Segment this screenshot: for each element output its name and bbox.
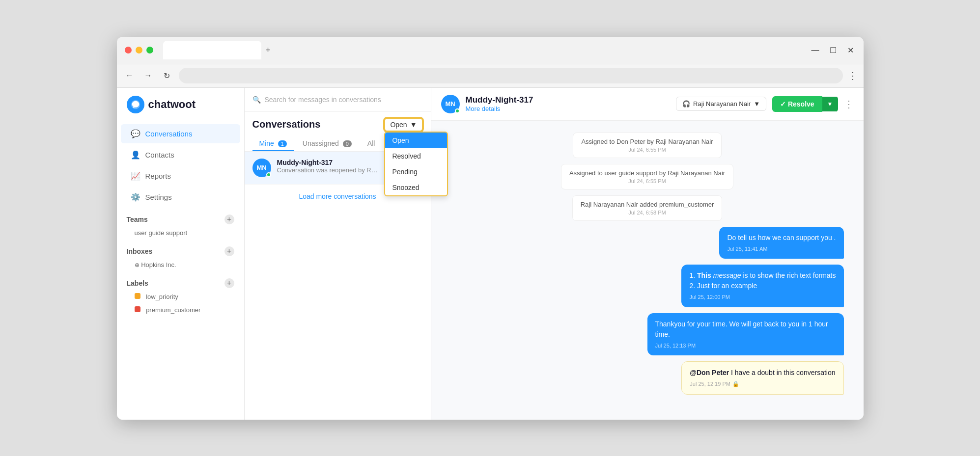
premium-customer-label: premium_customer <box>146 306 200 314</box>
labels-section-header: Labels + <box>117 271 244 290</box>
filter-dropdown-menu: Open Resolved Pending Snoozed <box>384 132 448 196</box>
inboxes-add-button[interactable]: + <box>224 246 234 256</box>
filter-option-pending[interactable]: Pending <box>385 164 447 180</box>
sidebar-item-conversations[interactable]: 💬 Conversations <box>121 124 240 143</box>
inbox-hopkins[interactable]: ⊕ Hopkins Inc. <box>117 258 244 271</box>
lock-icon: 🔒 <box>732 380 739 388</box>
conversations-icon: 💬 <box>131 129 140 138</box>
maximize-button[interactable] <box>146 47 153 54</box>
contacts-icon: 👤 <box>131 150 140 160</box>
system-msg-1-text: Assigned to Don Peter by Raji Narayanan … <box>581 138 713 145</box>
window-controls: — ☐ ✕ <box>811 46 856 54</box>
conversation-search-bar: 🔍 Search for messages in conversations <box>245 88 431 112</box>
msg-mention: @Don Peter <box>690 369 729 376</box>
teams-add-button[interactable]: + <box>224 215 234 224</box>
browser-more-icon[interactable]: ⋮ <box>848 70 858 81</box>
filter-option-open[interactable]: Open <box>385 133 447 148</box>
labels-add-button[interactable]: + <box>224 278 234 288</box>
avatar-initials: MN <box>256 164 266 171</box>
agent-caret-icon: ▼ <box>754 100 760 107</box>
resolve-button[interactable]: ✓ Resolve ▼ <box>772 96 838 112</box>
sidebar-item-conversations-label: Conversations <box>145 130 193 138</box>
app-content: chatwoot 💬 Conversations 👤 Contacts 📈 Re… <box>117 88 864 420</box>
chat-header: MN Muddy-Night-317 More details 🎧 Raji N… <box>431 88 864 121</box>
close-button[interactable] <box>125 47 132 54</box>
msg-outgoing-1: Do tell us how we can support you . Jul … <box>719 227 843 259</box>
tab-all[interactable]: All <box>361 136 382 151</box>
filter-option-resolved[interactable]: Resolved <box>385 148 447 164</box>
sidebar-item-reports-label: Reports <box>145 172 171 180</box>
system-msg-2-text: Assigned to user guide support by Raji N… <box>569 169 725 177</box>
win-minimize-icon[interactable]: — <box>811 46 820 54</box>
logo-text: chatwoot <box>148 98 196 111</box>
refresh-button[interactable]: ↻ <box>160 69 174 82</box>
msg-outgoing-yellow: @Don Peter I have a doubt in this conver… <box>681 361 843 395</box>
browser-titlebar: + — ☐ ✕ <box>117 37 864 64</box>
unassigned-badge: 0 <box>343 140 352 147</box>
chat-more-icon[interactable]: ⋮ <box>844 98 854 110</box>
conv-info: Muddy-Night-317 Conversation was reopene… <box>277 159 380 174</box>
agent-selector[interactable]: 🎧 Raji Narayanan Nair ▼ <box>676 97 766 111</box>
tab-mine[interactable]: Mine 1 <box>252 136 294 151</box>
minimize-button[interactable] <box>136 47 142 54</box>
inboxes-section-header: Inboxes + <box>117 240 244 258</box>
system-msg-3-time: Jul 24, 6:58 PM <box>581 210 714 215</box>
agent-name: Raji Narayanan Nair <box>693 100 751 107</box>
msg-outgoing-1-time: Jul 25, 11:41 AM <box>727 245 836 253</box>
resolve-dropdown-button[interactable]: ▼ <box>822 97 838 111</box>
team-user-guide-support[interactable]: user guide support <box>117 226 244 240</box>
back-button[interactable]: ← <box>123 69 137 82</box>
low-priority-label: low_priority <box>146 293 178 300</box>
chat-contact-name: Muddy-Night-317 <box>466 95 671 105</box>
address-bar[interactable] <box>179 68 843 83</box>
system-msg-3-text: Raji Narayanan Nair added premium_custom… <box>581 201 714 208</box>
browser-window: + — ☐ ✕ ← → ↻ ⋮ chatwoot <box>117 37 864 420</box>
system-msg-3: Raji Narayanan Nair added premium_custom… <box>572 195 723 221</box>
active-tab[interactable] <box>163 41 261 59</box>
sidebar: chatwoot 💬 Conversations 👤 Contacts 📈 Re… <box>117 88 245 420</box>
system-msg-2-time: Jul 24, 6:55 PM <box>569 178 725 184</box>
chat-messages: Assigned to Don Peter by Raji Narayanan … <box>431 121 864 420</box>
inbox-label: Hopkins Inc. <box>141 261 176 268</box>
conv-avatar: MN <box>252 159 271 177</box>
more-details-link[interactable]: More details <box>466 105 671 112</box>
search-input-wrap: 🔍 Search for messages in conversations <box>252 96 423 104</box>
settings-icon: ⚙️ <box>131 192 140 202</box>
label-premium-customer[interactable]: premium_customer <box>117 303 244 317</box>
msg-yellow-content: @Don Peter I have a doubt in this conver… <box>690 368 835 378</box>
sidebar-item-settings[interactable]: ⚙️ Settings <box>121 188 240 207</box>
labels-label: Labels <box>127 279 148 287</box>
conv-title: Conversations <box>252 119 321 130</box>
filter-caret-icon: ▼ <box>410 121 417 129</box>
resolve-main-button[interactable]: ✓ Resolve <box>772 96 822 112</box>
win-maximize-icon[interactable]: ☐ <box>828 46 838 54</box>
chat-avatar-initials: MN <box>445 100 455 107</box>
sidebar-item-contacts[interactable]: 👤 Contacts <box>121 145 240 164</box>
sidebar-item-contacts-label: Contacts <box>145 151 174 159</box>
sidebar-item-settings-label: Settings <box>145 193 172 201</box>
conversation-panel: 🔍 Search for messages in conversations C… <box>245 88 431 420</box>
low-priority-dot <box>135 293 140 299</box>
conv-name: Muddy-Night-317 <box>277 159 380 166</box>
tab-unassigned[interactable]: Unassigned 0 <box>296 136 359 151</box>
label-low-priority[interactable]: low_priority <box>117 290 244 303</box>
msg-outgoing-1-text: Do tell us how we can support you . <box>727 233 836 243</box>
filter-button[interactable]: Open ▼ <box>384 118 422 132</box>
chat-header-actions: 🎧 Raji Narayanan Nair ▼ ✓ Resolve ▼ ⋮ <box>676 96 853 112</box>
filter-option-snoozed[interactable]: Snoozed <box>385 180 447 195</box>
tab-bar: + <box>163 41 805 59</box>
win-close-icon[interactable]: ✕ <box>846 46 856 54</box>
filter-label: Open <box>390 121 407 129</box>
msg-rich-time: Jul 25, 12:00 PM <box>689 293 836 301</box>
chat-header-avatar: MN <box>441 95 460 113</box>
sidebar-item-reports[interactable]: 📈 Reports <box>121 166 240 186</box>
msg-outgoing-rich: 1. This message is to show the rich text… <box>681 265 843 307</box>
browser-toolbar: ← → ↻ ⋮ <box>117 64 864 88</box>
msg-rich-line1: 1. This message is to show the rich text… <box>689 270 836 281</box>
new-tab-button[interactable]: + <box>261 43 275 57</box>
mine-badge: 1 <box>278 140 287 147</box>
msg-outgoing-2-time: Jul 25, 12:13 PM <box>655 342 836 350</box>
filter-dropdown-wrap: Open ▼ Open Resolved Pending Snoozed <box>384 118 422 132</box>
forward-button[interactable]: → <box>141 69 155 82</box>
teams-section-header: Teams + <box>117 208 244 226</box>
